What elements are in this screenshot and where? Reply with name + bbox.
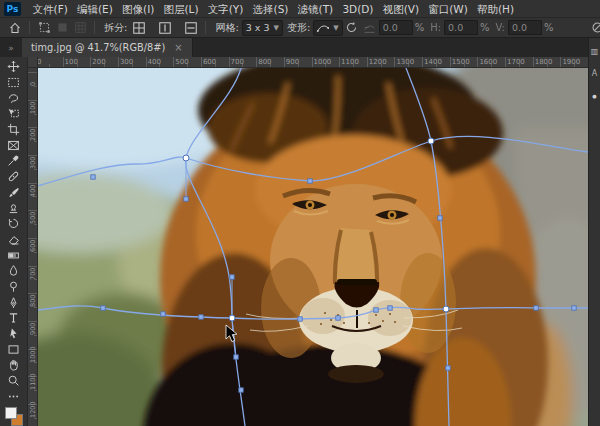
warp-control-handle[interactable] — [298, 317, 302, 321]
menu-item-1[interactable]: 编辑(E) — [72, 0, 117, 18]
gradient-tool[interactable] — [2, 247, 26, 263]
panel-dock-strip[interactable]: ▥ A ● — [588, 38, 600, 426]
warp-control-handle[interactable] — [91, 175, 95, 179]
split-horizontal-icon[interactable] — [182, 20, 200, 36]
color-swatches[interactable] — [4, 406, 24, 424]
pen-tool-icon — [7, 296, 20, 309]
menu-item-6[interactable]: 滤镜(T) — [293, 0, 338, 18]
menu-item-0[interactable]: 文件(F) — [28, 0, 72, 18]
separator — [205, 21, 206, 34]
ruler-label: 1300 — [396, 58, 414, 66]
tab-overflow-icon[interactable]: » — [0, 38, 22, 57]
menu-item-10[interactable]: 帮助(H) — [472, 0, 518, 18]
ruler-label: 300 — [120, 58, 133, 66]
menu-item-5[interactable]: 选择(S) — [248, 0, 293, 18]
ruler-corner[interactable] — [28, 57, 38, 68]
horizontal-ruler[interactable]: 0100200300400500600700800900100011001200… — [38, 57, 588, 68]
warp-control-handle[interactable] — [336, 316, 340, 320]
crop-tool[interactable] — [2, 122, 26, 138]
blur-tool-icon — [7, 264, 20, 277]
warp-control-handle[interactable] — [199, 315, 203, 319]
transform-bounds-icon[interactable] — [35, 20, 53, 36]
warp-control-handle[interactable] — [438, 216, 442, 220]
lion-image[interactable] — [38, 68, 588, 426]
warp-control-handle[interactable] — [161, 312, 165, 316]
ruler-label: 100 — [29, 101, 37, 113]
history-brush-tool[interactable] — [2, 216, 26, 232]
warp-control-handle[interactable] — [230, 275, 234, 279]
type-tool[interactable] — [2, 310, 26, 326]
warp-control-handle[interactable] — [101, 306, 105, 310]
warp-anchor-point[interactable] — [428, 138, 434, 144]
vertical-ruler[interactable]: 0100200300400500600700800900100011001200 — [28, 68, 38, 426]
warp-control-handle[interactable] — [572, 306, 576, 310]
canvas-area[interactable] — [38, 68, 588, 426]
eyedropper-tool[interactable] — [2, 153, 26, 169]
warp-control-handle[interactable] — [308, 179, 312, 183]
blur-tool[interactable] — [2, 263, 26, 279]
lasso-tool-icon — [7, 92, 20, 105]
pen-tool[interactable] — [2, 294, 26, 310]
clone-stamp-tool[interactable] — [2, 200, 26, 216]
move-tool[interactable] — [2, 59, 26, 75]
v-input[interactable]: 0.0 — [508, 20, 542, 35]
ruler-label: 1000 — [314, 58, 332, 66]
zoom-tool[interactable] — [2, 373, 26, 389]
h-input[interactable]: 0.0 — [444, 20, 478, 35]
cancel-transform-icon[interactable] — [588, 20, 600, 36]
bend-input[interactable]: 0.0 — [379, 20, 413, 35]
brush-tool[interactable] — [2, 185, 26, 201]
warp-control-handle[interactable] — [239, 388, 243, 392]
ruler-label: 900 — [29, 322, 37, 334]
warp-control-handle[interactable] — [234, 355, 238, 359]
dodge-tool[interactable] — [2, 279, 26, 295]
home-icon[interactable] — [6, 20, 24, 36]
menu-item-9[interactable]: 窗口(W) — [424, 0, 473, 18]
ruler-tick — [28, 72, 38, 73]
hand-tool-icon — [7, 358, 20, 371]
lasso-tool[interactable] — [2, 90, 26, 106]
split-vertical-icon[interactable] — [156, 20, 174, 36]
warp-anchor-point[interactable] — [443, 306, 449, 312]
object-selection-tool[interactable] — [2, 106, 26, 122]
ruler-label: 900 — [286, 58, 299, 66]
menu-bar: Ps 文件(F)编辑(E)图像(I)图层(L)文字(Y)选择(S)滤镜(T)3D… — [0, 0, 600, 18]
warp-anchor-point[interactable] — [229, 315, 235, 321]
menu-item-3[interactable]: 图层(L) — [159, 0, 203, 18]
menu-item-7[interactable]: 3D(D) — [338, 0, 378, 18]
warp-orientation-icon[interactable] — [343, 20, 361, 36]
warp-control-handle[interactable] — [534, 306, 538, 310]
shape-tool[interactable] — [2, 341, 26, 357]
menu-item-2[interactable]: 图像(I) — [117, 0, 158, 18]
photoshop-window: Ps 文件(F)编辑(E)图像(I)图层(L)文字(Y)选择(S)滤镜(T)3D… — [0, 0, 600, 426]
type-tool-icon — [7, 311, 20, 324]
warp-control-handle[interactable] — [374, 308, 378, 312]
grid-size-select[interactable]: 3 x 3 ▼ — [242, 20, 283, 36]
marquee-tool[interactable] — [2, 75, 26, 91]
grid-size-value: 3 x 3 — [246, 21, 270, 35]
gradient-tool-icon — [7, 249, 20, 262]
frame-tool[interactable] — [2, 137, 26, 153]
menu-item-4[interactable]: 文字(Y) — [203, 0, 248, 18]
more-tools[interactable] — [2, 388, 26, 404]
menu-item-8[interactable]: 视图(V) — [378, 0, 424, 18]
warp-control-handle[interactable] — [388, 306, 392, 310]
panel-icon[interactable]: ▥ — [591, 48, 599, 56]
ruler-tick — [256, 57, 257, 68]
foreground-color-swatch[interactable] — [5, 407, 17, 419]
warp-control-handle[interactable] — [446, 366, 450, 370]
warp-anchor-point[interactable] — [183, 155, 189, 161]
healing-brush-tool[interactable] — [2, 169, 26, 185]
photoshop-logo-icon[interactable]: Ps — [4, 2, 21, 16]
split-crosswise-icon[interactable] — [130, 20, 148, 36]
close-icon[interactable]: × — [174, 42, 182, 53]
hand-tool[interactable] — [2, 357, 26, 373]
v-label: V: — [496, 22, 505, 33]
ruler-label: 1700 — [507, 58, 525, 66]
warp-style-select[interactable]: ▼ — [313, 20, 342, 36]
path-select-tool[interactable] — [2, 326, 26, 342]
document-tab[interactable]: timg.jpg @ 41.7%(RGB/8#) × — [22, 38, 193, 57]
eraser-tool[interactable] — [2, 232, 26, 248]
ruler-tick — [284, 57, 285, 68]
warp-control-handle[interactable] — [184, 197, 188, 201]
